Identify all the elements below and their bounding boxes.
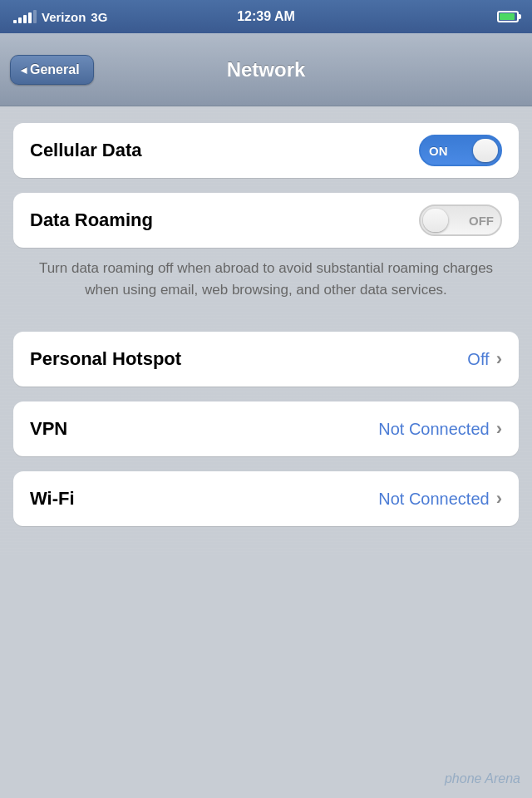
signal-bar-4: [28, 12, 32, 23]
cellular-data-group: Cellular Data ON: [13, 123, 519, 178]
signal-bar-3: [23, 15, 27, 23]
signal-bar-2: [18, 17, 22, 23]
page-title: Network: [227, 58, 306, 81]
vpn-chevron: ›: [496, 418, 502, 440]
vpn-group: VPN Not Connected ›: [13, 401, 519, 456]
vpn-right: Not Connected ›: [378, 418, 502, 440]
signal-bar-1: [13, 20, 17, 23]
personal-hotspot-cell[interactable]: Personal Hotspot Off ›: [13, 332, 519, 387]
wifi-chevron: ›: [496, 488, 502, 510]
data-roaming-group: Data Roaming OFF Turn data roaming off w…: [13, 193, 519, 317]
battery-icon: [497, 11, 519, 22]
carrier-info: Verizon 3G: [13, 10, 107, 24]
data-roaming-label: Data Roaming: [30, 209, 153, 231]
cellular-data-label: Cellular Data: [30, 140, 142, 161]
settings-content: Cellular Data ON Data Roaming OFF Turn d…: [0, 106, 532, 558]
personal-hotspot-value: Off: [467, 350, 489, 369]
wifi-group: Wi-Fi Not Connected ›: [13, 471, 519, 526]
status-time: 12:39 AM: [237, 9, 295, 24]
navigation-bar: General Network: [0, 33, 532, 106]
personal-hotspot-right: Off ›: [467, 348, 502, 370]
data-roaming-description: Turn data roaming off when abroad to avo…: [13, 248, 519, 317]
cellular-data-cell: Cellular Data ON: [13, 123, 519, 178]
toggle-off-text: OFF: [469, 214, 494, 228]
toggle-thumb-off: [423, 209, 448, 232]
data-roaming-toggle[interactable]: OFF: [419, 204, 502, 236]
battery-info: [497, 11, 519, 22]
battery-fill: [500, 13, 515, 20]
signal-bars: [13, 10, 37, 23]
cellular-data-toggle[interactable]: ON: [419, 135, 502, 166]
personal-hotspot-label: Personal Hotspot: [30, 348, 181, 370]
vpn-cell[interactable]: VPN Not Connected ›: [13, 401, 519, 456]
wifi-cell[interactable]: Wi-Fi Not Connected ›: [13, 471, 519, 526]
personal-hotspot-group: Personal Hotspot Off ›: [13, 332, 519, 387]
wifi-label: Wi-Fi: [30, 488, 75, 510]
vpn-label: VPN: [30, 418, 67, 440]
watermark: phone Arena: [445, 771, 520, 786]
status-bar: Verizon 3G 12:39 AM: [0, 0, 532, 33]
network-type: 3G: [91, 10, 107, 24]
carrier-name: Verizon: [42, 10, 86, 24]
signal-bar-5: [33, 10, 37, 23]
wifi-right: Not Connected ›: [378, 488, 502, 510]
vpn-value: Not Connected: [378, 420, 489, 439]
toggle-on-text: ON: [429, 144, 448, 158]
back-button[interactable]: General: [10, 55, 94, 85]
personal-hotspot-chevron: ›: [496, 348, 502, 370]
toggle-thumb: [473, 139, 498, 162]
wifi-value: Not Connected: [378, 490, 489, 509]
data-roaming-cell: Data Roaming OFF: [13, 193, 519, 248]
